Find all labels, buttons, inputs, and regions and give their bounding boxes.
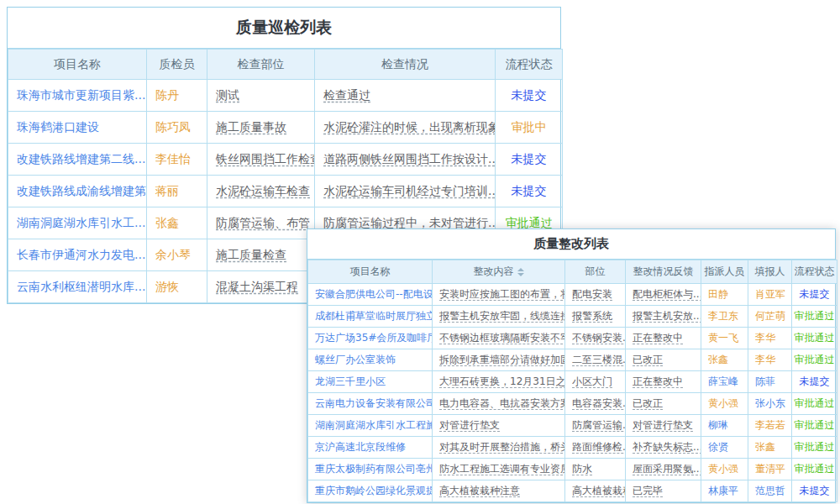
- location-cell: 施工质量检查: [207, 239, 315, 271]
- project-link[interactable]: 重庆市鹅岭公园绿化景观提升...: [315, 485, 433, 496]
- rectification-table-title: 质量整改列表: [307, 229, 835, 260]
- content-text: 不锈钢边框玻璃隔断安装不牢...: [439, 332, 565, 344]
- table-row: 京沪高速北京段维修对其及时开展整治措施，桥头...路面维修检...补齐缺失标志.…: [308, 437, 837, 459]
- status-badge: 未提交: [800, 375, 830, 387]
- status-badge: 审批中: [512, 120, 547, 134]
- project-link[interactable]: 螺丝厂办公室装饰: [315, 354, 396, 365]
- part-cell: 二至三楼混...: [565, 349, 626, 371]
- feedback-cell: 正在整改中: [626, 328, 701, 349]
- part-text: 电容器安装...: [572, 397, 626, 409]
- sort-desc-icon: [517, 273, 524, 276]
- content-cell: 高大植被栽种注意: [433, 480, 565, 502]
- column-header-label: 指派人员: [705, 265, 745, 277]
- feedback-cell: 配电柜柜体与...: [626, 284, 701, 306]
- situation-cell: 水泥砼运输车司机经过专门培训...: [315, 176, 496, 207]
- inspector-text: 蒋丽: [155, 184, 179, 197]
- content-cell: 不锈钢边框玻璃隔断安装不牢...: [433, 328, 565, 349]
- status-cell: 审批通过: [792, 306, 837, 328]
- part-text: 路面维修检...: [572, 441, 626, 453]
- inspector-cell: 陈巧凤: [147, 112, 207, 144]
- feedback-text: 已改正: [633, 397, 663, 409]
- status-badge: 未提交: [512, 88, 547, 102]
- reporter-cell: 李华: [748, 328, 792, 349]
- assignee-cell: 黄小强: [701, 393, 748, 415]
- column-header-content[interactable]: 整改内容: [433, 260, 565, 284]
- inspector-cell: 余小琴: [147, 239, 207, 271]
- project-link[interactable]: 云南水利枢纽潜明水库...: [17, 280, 145, 293]
- project-link[interactable]: 重庆太极制药有限公司亳州中...: [315, 463, 433, 475]
- project-link[interactable]: 长春市伊通河水力发电...: [17, 248, 145, 261]
- assignee-text: 黄小强: [708, 463, 738, 475]
- reporter-cell: 何芷萌: [748, 306, 792, 328]
- inspector-text: 陈巧凤: [155, 120, 191, 134]
- inspector-text: 陈丹: [155, 88, 179, 102]
- project-link[interactable]: 龙湖三千里小区: [315, 375, 386, 387]
- part-cell: 防腐管运输...: [565, 415, 626, 437]
- project-link[interactable]: 万达广场35#会所及咖啡厅空...: [315, 332, 433, 344]
- reporter-cell: 张鑫: [748, 437, 792, 459]
- assignee-text: 李卫东: [708, 310, 738, 322]
- content-cell: 报警主机安放牢固，线缆连接...: [433, 306, 565, 328]
- project-cell: 珠海市城市更新项目紫...: [8, 80, 147, 112]
- status-cell: 未提交: [792, 284, 837, 306]
- project-link[interactable]: 珠海鹤港口建设: [17, 120, 99, 134]
- reporter-text: 张鑫: [755, 441, 775, 453]
- project-cell: 螺丝厂办公室装饰: [308, 349, 433, 371]
- project-link[interactable]: 湖南洞庭湖水库引水工程施工1标: [315, 419, 433, 431]
- inspection-header-row: 项目名称质检员检查部位检查情况流程状态: [8, 50, 563, 80]
- inspector-text: 余小琴: [155, 248, 191, 261]
- project-cell: 长春市伊通河水力发电...: [8, 239, 147, 271]
- table-row: 万达广场35#会所及咖啡厅空...不锈钢边框玻璃隔断安装不牢...不锈钢安装..…: [308, 328, 837, 349]
- part-text: 高大植被栽种: [572, 485, 626, 496]
- content-text: 对管进行垫支: [439, 419, 500, 431]
- inspector-cell: 李佳怡: [147, 144, 207, 176]
- location-text: 施工质量事故: [216, 120, 286, 134]
- column-header-location: 检查部位: [207, 50, 315, 80]
- status-cell: 审批通过: [792, 437, 837, 459]
- feedback-text: 补齐缺失标志...: [633, 441, 701, 453]
- part-cell: 高大植被栽种: [565, 480, 626, 502]
- project-link[interactable]: 安徽合肥供电公司--配电设备...: [315, 288, 433, 300]
- project-cell: 珠海鹤港口建设: [8, 112, 147, 144]
- status-cell: 未提交: [496, 176, 563, 207]
- assignee-text: 黄小强: [708, 397, 738, 409]
- inspector-cell: 张鑫: [147, 207, 207, 239]
- reporter-cell: 陈菲: [748, 371, 792, 393]
- table-row: 湖南洞庭湖水库引水工程施工1标对管进行垫支防腐管运输...对管进行垫支柳琳李若若…: [308, 415, 837, 437]
- assignee-cell: 张鑫: [701, 349, 748, 371]
- project-link[interactable]: 云南电力设备安装有限公司20...: [315, 397, 433, 409]
- project-link[interactable]: 京沪高速北京段维修: [315, 441, 406, 453]
- location-text: 防腐管运输、布管: [216, 216, 310, 229]
- sort-icon[interactable]: [517, 268, 524, 276]
- reporter-cell: 董清平: [748, 459, 792, 480]
- location-cell: 施工质量事故: [207, 112, 315, 144]
- sort-asc-icon: [517, 268, 524, 271]
- project-link[interactable]: 珠海市城市更新项目紫...: [17, 88, 145, 102]
- table-row: 安徽合肥供电公司--配电设备...安装时应按施工图的布置，将...配电安装配电柜…: [308, 284, 837, 306]
- assignee-text: 徐贤: [708, 441, 728, 453]
- table-row: 珠海市城市更新项目紫...陈丹测试检查通过未提交: [8, 80, 563, 112]
- content-cell: 电力电容器、电抗器安装方案...: [433, 393, 565, 415]
- reporter-text: 李华: [755, 354, 775, 365]
- feedback-text: 对管进行垫支: [633, 419, 693, 431]
- reporter-text: 张小东: [755, 397, 785, 409]
- feedback-text: 配电柜柜体与...: [633, 288, 701, 300]
- content-text: 高大植被栽种注意: [439, 485, 520, 496]
- project-link[interactable]: 湖南洞庭湖水库引水工...: [17, 216, 145, 229]
- status-badge: 审批通过: [795, 310, 835, 322]
- situation-text: 水泥砼灌注的时候，出现离析现象: [323, 120, 496, 134]
- project-link[interactable]: 成都杜甫草堂临时展厅独立展...: [315, 310, 433, 322]
- inspector-text: 张鑫: [155, 216, 179, 229]
- table-row: 成都杜甫草堂临时展厅独立展...报警主机安放牢固，线缆连接...报警系统报警主机…: [308, 306, 837, 328]
- feedback-cell: 已完毕: [626, 480, 701, 502]
- table-row: 螺丝厂办公室装饰拆除到承重墙部分请做好加固...二至三楼混...已改正张鑫李华审…: [308, 349, 837, 371]
- column-header-label: 质检员: [160, 57, 195, 71]
- page: 质量巡检列表 项目名称质检员检查部位检查情况流程状态 珠海市城市更新项目紫...…: [0, 0, 840, 504]
- column-header-status: 流程状态: [792, 260, 837, 284]
- project-link[interactable]: 改建铁路线成渝线增建第...: [17, 184, 147, 197]
- feedback-text: 报警主机安放...: [633, 310, 701, 322]
- content-cell: 大理石砖更换，12月31日之...: [433, 371, 565, 393]
- project-link[interactable]: 改建铁路线增建第二线...: [17, 152, 145, 165]
- content-cell: 拆除到承重墙部分请做好加固...: [433, 349, 565, 371]
- status-badge: 审批通过: [795, 463, 835, 475]
